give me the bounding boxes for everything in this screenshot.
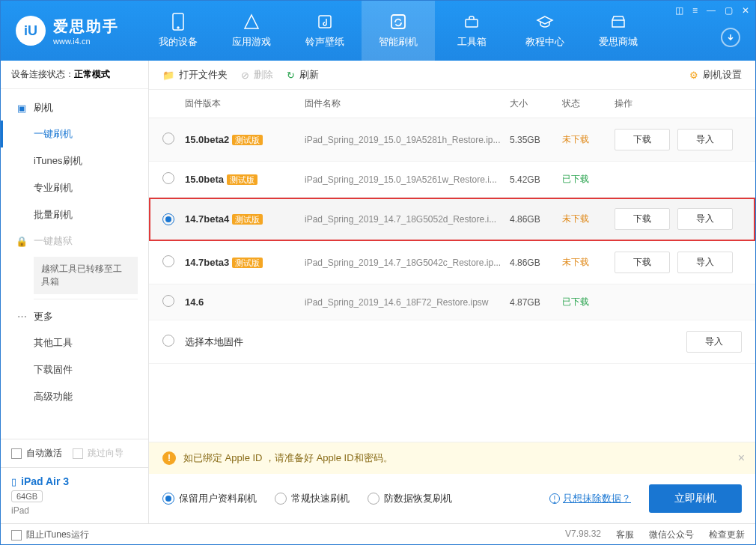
flash-options: 保留用户资料刷机 常规快速刷机 防数据恢复刷机 !只想抹除数据？ 立即刷机 [149, 474, 755, 523]
import-button[interactable]: 导入 [686, 331, 742, 353]
block-itunes-label: 阻止iTunes运行 [26, 529, 89, 541]
firmware-version: 15.0beta [185, 174, 224, 185]
sidebar-item-itunes[interactable]: iTunes刷机 [34, 147, 148, 174]
local-fw-label: 选择本地固件 [185, 335, 510, 349]
shirt-icon[interactable]: ◫ [675, 5, 683, 16]
beta-badge: 测试版 [232, 214, 263, 225]
sidebar-item-oneclick[interactable]: 一键刷机 [34, 121, 148, 147]
table-row[interactable]: 14.7beta3测试版iPad_Spring_2019_14.7_18G504… [149, 241, 755, 284]
beta-badge: 测试版 [227, 174, 257, 185]
phone-icon [169, 13, 187, 31]
status-badge: 未下载 [562, 213, 589, 224]
logo-wrap[interactable]: iU 爱思助手 www.i4.cn [16, 16, 119, 46]
radio[interactable] [162, 213, 174, 225]
sidebar-item-batch[interactable]: 批量刷机 [34, 201, 148, 228]
nav-tools[interactable]: 工具箱 [435, 1, 508, 61]
firmware-name: iPad_Spring_2019_14.7_18G5052d_Restore.i… [305, 214, 510, 225]
import-button[interactable]: 导入 [677, 208, 733, 230]
close-warning-icon[interactable]: × [738, 451, 745, 465]
radio[interactable] [162, 493, 174, 505]
download-button[interactable]: 下载 [615, 129, 670, 150]
firmware-size: 5.35GB [510, 135, 562, 145]
radio[interactable] [162, 335, 174, 347]
flash-settings-button[interactable]: ⚙ 刷机设置 [689, 68, 742, 82]
skip-guide-checkbox[interactable] [73, 448, 83, 459]
refresh-button[interactable]: ↻ 刷新 [287, 68, 319, 82]
download-button[interactable]: 下载 [615, 208, 670, 230]
folder-icon: 📁 [162, 70, 174, 81]
radio[interactable] [162, 133, 174, 144]
delete-icon: ⊘ [241, 70, 249, 81]
device-info[interactable]: ▯ iPad Air 3 64GB iPad [1, 467, 148, 523]
check-update-link[interactable]: 检查更新 [709, 529, 745, 541]
erase-only-link[interactable]: !只想抹除数据？ [549, 492, 631, 505]
auto-activate-checkbox[interactable] [11, 448, 22, 459]
table-row[interactable]: 15.0beta2测试版iPad_Spring_2019_15.0_19A528… [149, 118, 755, 162]
sidebar-item-download-fw[interactable]: 下载固件 [34, 356, 148, 383]
skip-guide-label: 跳过向导 [88, 447, 124, 460]
customer-service-link[interactable]: 客服 [616, 529, 634, 541]
radio[interactable] [368, 493, 379, 505]
import-button[interactable]: 导入 [677, 252, 733, 273]
firmware-version: 14.6 [185, 296, 204, 308]
import-button[interactable]: 导入 [677, 129, 733, 150]
connection-status: 设备连接状态：正常模式 [1, 61, 148, 89]
close-icon[interactable]: ✕ [742, 5, 749, 16]
download-indicator-icon[interactable] [721, 28, 740, 47]
nav-label: 教程中心 [525, 35, 564, 49]
warning-bar: ! 如已绑定 Apple ID ，请准备好 Apple ID和密码。 × [149, 442, 755, 474]
firmware-size: 4.86GB [510, 214, 562, 225]
table-row[interactable]: 14.6iPad_Spring_2019_14.6_18F72_Restore.… [149, 284, 755, 320]
activation-row: 自动激活 跳过向导 [1, 439, 148, 467]
nav-my-device[interactable]: 我的设备 [141, 1, 215, 61]
gear-icon: ⚙ [689, 70, 698, 81]
nav-ringtones[interactable]: 铃声壁纸 [288, 1, 362, 61]
wechat-link[interactable]: 微信公众号 [649, 529, 694, 541]
nav-tutorials[interactable]: 教程中心 [508, 1, 582, 61]
download-button[interactable]: 下载 [615, 252, 670, 273]
nav-apps[interactable]: 应用游戏 [215, 1, 288, 61]
delete-button[interactable]: ⊘ 删除 [241, 68, 273, 82]
sidebar-head-more[interactable]: ⋯ 更多 [1, 304, 148, 329]
mode-keep-data[interactable]: 保留用户资料刷机 [162, 492, 257, 505]
maximize-icon[interactable]: ▢ [725, 5, 733, 16]
nav-store[interactable]: 爱思商城 [582, 1, 655, 61]
divider [34, 299, 138, 299]
mode-anti-recover[interactable]: 防数据恢复刷机 [368, 492, 452, 505]
mode-normal[interactable]: 常规快速刷机 [275, 492, 350, 505]
more-icon: ⋯ [16, 311, 28, 323]
svg-rect-4 [466, 19, 478, 27]
firmware-size: 5.42GB [510, 174, 562, 185]
radio[interactable] [162, 255, 174, 267]
minimize-icon[interactable]: — [707, 5, 716, 16]
beta-badge: 测试版 [232, 135, 263, 145]
status-badge: 已下载 [562, 174, 589, 184]
local-firmware-row[interactable]: 选择本地固件 导入 [149, 320, 755, 364]
flash-now-button[interactable]: 立即刷机 [649, 484, 742, 513]
firmware-size: 4.87GB [510, 297, 562, 308]
window-controls: ◫ ≡ — ▢ ✕ [675, 5, 749, 16]
warning-text: 如已绑定 Apple ID ，请准备好 Apple ID和密码。 [183, 451, 393, 465]
sidebar-head-jailbreak: 🔒 一键越狱 [1, 228, 148, 254]
sidebar-item-pro[interactable]: 专业刷机 [34, 174, 148, 201]
block-itunes-checkbox[interactable] [11, 530, 22, 541]
sidebar-item-other-tools[interactable]: 其他工具 [34, 329, 148, 356]
nav-label: 爱思商城 [599, 35, 638, 49]
radio[interactable] [275, 493, 287, 505]
table-row[interactable]: 15.0beta测试版iPad_Spring_2019_15.0_19A5261… [149, 162, 755, 198]
music-icon [316, 13, 334, 31]
settings-label: 刷机设置 [703, 68, 742, 82]
open-folder-button[interactable]: 📁 打开文件夹 [162, 68, 228, 82]
refresh-icon [389, 13, 407, 31]
table-row[interactable]: 14.7beta4测试版iPad_Spring_2019_14.7_18G505… [149, 198, 755, 241]
sidebar-item-advanced[interactable]: 高级功能 [34, 383, 148, 410]
device-capacity: 64GB [11, 490, 43, 502]
menu-icon[interactable]: ≡ [692, 5, 698, 16]
sidebar-head-label: 一键越狱 [34, 234, 73, 248]
radio[interactable] [162, 172, 174, 184]
radio[interactable] [162, 295, 174, 307]
jailbreak-note: 越狱工具已转移至工具箱 [34, 257, 138, 294]
sidebar-head-flash[interactable]: ▣ 刷机 [1, 95, 148, 121]
firmware-name: iPad_Spring_2019_14.7_18G5042c_Restore.i… [305, 258, 510, 268]
nav-flash[interactable]: 智能刷机 [362, 1, 435, 61]
